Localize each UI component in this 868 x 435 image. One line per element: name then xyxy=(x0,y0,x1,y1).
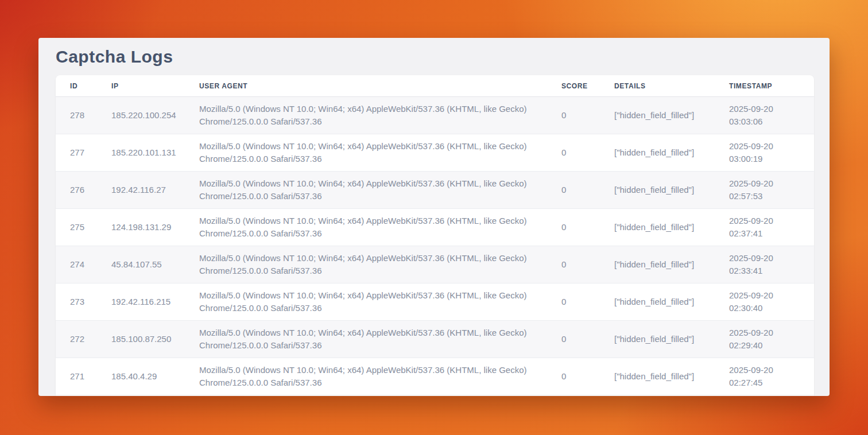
ip-cell: 185.220.101.131 xyxy=(111,134,199,172)
id-cell: 275 xyxy=(56,209,111,246)
table-header: IDIPUSER AGENTSCOREDETAILSTIMESTAMP xyxy=(56,75,814,97)
column-header-id: ID xyxy=(56,75,111,97)
column-header-user_agent: USER AGENT xyxy=(199,75,561,97)
details-cell: ["hidden_field_filled"] xyxy=(614,283,729,321)
table-body: 278185.220.100.254Mozilla/5.0 (Windows N… xyxy=(56,97,814,395)
column-header-details: DETAILS xyxy=(614,75,729,97)
ip-cell: 124.198.131.29 xyxy=(111,209,199,246)
score-cell: 0 xyxy=(561,209,614,246)
logs-table: IDIPUSER AGENTSCOREDETAILSTIMESTAMP 2781… xyxy=(56,75,814,396)
details-cell: ["hidden_field_filled"] xyxy=(614,172,729,209)
id-cell: 274 xyxy=(56,246,111,283)
details-cell: ["hidden_field_filled"] xyxy=(614,358,729,395)
score-cell: 0 xyxy=(561,246,614,283)
id-cell: 277 xyxy=(56,134,111,172)
column-header-timestamp: TIMESTAMP xyxy=(729,75,814,97)
timestamp-cell: 2025-09-20 02:29:40 xyxy=(729,321,814,358)
captcha-logs-card: Captcha Logs IDIPUSER AGENTSCOREDETAILST… xyxy=(38,38,830,396)
id-cell: 272 xyxy=(56,321,111,358)
user_agent-cell: Mozilla/5.0 (Windows NT 10.0; Win64; x64… xyxy=(199,283,561,321)
ip-cell: 192.42.116.215 xyxy=(111,283,199,321)
id-cell: 273 xyxy=(56,283,111,321)
user_agent-cell: Mozilla/5.0 (Windows NT 10.0; Win64; x64… xyxy=(199,134,561,172)
table-header-row: IDIPUSER AGENTSCOREDETAILSTIMESTAMP xyxy=(56,75,814,97)
details-cell: ["hidden_field_filled"] xyxy=(614,134,729,172)
table-row: 272185.100.87.250Mozilla/5.0 (Windows NT… xyxy=(56,321,814,358)
page-background: Captcha Logs IDIPUSER AGENTSCOREDETAILST… xyxy=(0,0,868,435)
table-row: 273192.42.116.215Mozilla/5.0 (Windows NT… xyxy=(56,283,814,321)
details-cell: ["hidden_field_filled"] xyxy=(614,209,729,246)
timestamp-cell: 2025-09-20 02:33:41 xyxy=(729,246,814,283)
column-header-score: SCORE xyxy=(561,75,614,97)
ip-cell: 185.40.4.29 xyxy=(111,358,199,395)
id-cell: 278 xyxy=(56,97,111,134)
table-row: 276192.42.116.27Mozilla/5.0 (Windows NT … xyxy=(56,172,814,209)
timestamp-cell: 2025-09-20 02:57:53 xyxy=(729,172,814,209)
table-row: 277185.220.101.131Mozilla/5.0 (Windows N… xyxy=(56,134,814,172)
score-cell: 0 xyxy=(561,321,614,358)
ip-cell: 192.42.116.27 xyxy=(111,172,199,209)
timestamp-cell: 2025-09-20 02:27:45 xyxy=(729,358,814,395)
score-cell: 0 xyxy=(561,172,614,209)
table-row: 278185.220.100.254Mozilla/5.0 (Windows N… xyxy=(56,97,814,134)
user_agent-cell: Mozilla/5.0 (Windows NT 10.0; Win64; x64… xyxy=(199,97,561,134)
details-cell: ["hidden_field_filled"] xyxy=(614,321,729,358)
page-title: Captcha Logs xyxy=(56,46,173,68)
id-cell: 271 xyxy=(56,358,111,395)
table-row: 271185.40.4.29Mozilla/5.0 (Windows NT 10… xyxy=(56,358,814,395)
details-cell: ["hidden_field_filled"] xyxy=(614,97,729,134)
table-row: 27445.84.107.55Mozilla/5.0 (Windows NT 1… xyxy=(56,246,814,283)
table-row: 275124.198.131.29Mozilla/5.0 (Windows NT… xyxy=(56,209,814,246)
score-cell: 0 xyxy=(561,358,614,395)
score-cell: 0 xyxy=(561,134,614,172)
logs-table-element: IDIPUSER AGENTSCOREDETAILSTIMESTAMP 2781… xyxy=(56,75,814,395)
timestamp-cell: 2025-09-20 03:03:06 xyxy=(729,97,814,134)
timestamp-cell: 2025-09-20 03:00:19 xyxy=(729,134,814,172)
ip-cell: 185.100.87.250 xyxy=(111,321,199,358)
details-cell: ["hidden_field_filled"] xyxy=(614,246,729,283)
column-header-ip: IP xyxy=(111,75,199,97)
user_agent-cell: Mozilla/5.0 (Windows NT 10.0; Win64; x64… xyxy=(199,172,561,209)
score-cell: 0 xyxy=(561,97,614,134)
id-cell: 276 xyxy=(56,172,111,209)
timestamp-cell: 2025-09-20 02:30:40 xyxy=(729,283,814,321)
user_agent-cell: Mozilla/5.0 (Windows NT 10.0; Win64; x64… xyxy=(199,321,561,358)
user_agent-cell: Mozilla/5.0 (Windows NT 10.0; Win64; x64… xyxy=(199,246,561,283)
ip-cell: 45.84.107.55 xyxy=(111,246,199,283)
user_agent-cell: Mozilla/5.0 (Windows NT 10.0; Win64; x64… xyxy=(199,209,561,246)
user_agent-cell: Mozilla/5.0 (Windows NT 10.0; Win64; x64… xyxy=(199,358,561,395)
timestamp-cell: 2025-09-20 02:37:41 xyxy=(729,209,814,246)
score-cell: 0 xyxy=(561,283,614,321)
ip-cell: 185.220.100.254 xyxy=(111,97,199,134)
